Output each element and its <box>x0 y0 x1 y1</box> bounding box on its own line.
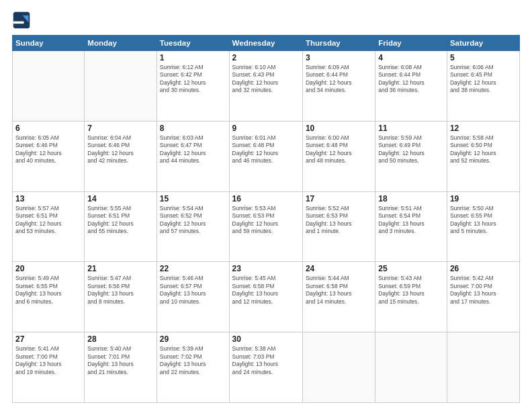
day-cell <box>302 332 375 403</box>
day-info: Sunrise: 5:53 AM Sunset: 6:53 PM Dayligh… <box>232 205 300 236</box>
day-cell <box>13 51 85 122</box>
day-info: Sunrise: 5:57 AM Sunset: 6:51 PM Dayligh… <box>15 205 81 236</box>
day-cell: 10Sunrise: 6:00 AM Sunset: 6:48 PM Dayli… <box>302 121 375 191</box>
day-cell: 8Sunrise: 6:03 AM Sunset: 6:47 PM Daylig… <box>157 121 229 191</box>
day-cell: 29Sunrise: 5:39 AM Sunset: 7:02 PM Dayli… <box>157 332 229 403</box>
day-number: 15 <box>160 194 226 203</box>
day-info: Sunrise: 5:49 AM Sunset: 6:55 PM Dayligh… <box>15 275 81 306</box>
day-info: Sunrise: 5:52 AM Sunset: 6:53 PM Dayligh… <box>306 205 372 236</box>
day-info: Sunrise: 6:00 AM Sunset: 6:48 PM Dayligh… <box>306 134 372 165</box>
day-cell: 1Sunrise: 6:12 AM Sunset: 6:42 PM Daylig… <box>157 51 229 122</box>
day-number: 13 <box>15 194 81 203</box>
day-number: 21 <box>87 264 154 273</box>
day-cell: 4Sunrise: 6:08 AM Sunset: 6:44 PM Daylig… <box>375 51 447 122</box>
day-info: Sunrise: 5:41 AM Sunset: 7:00 PM Dayligh… <box>15 345 81 376</box>
day-info: Sunrise: 5:42 AM Sunset: 7:00 PM Dayligh… <box>450 275 517 306</box>
weekday-wednesday: Wednesday <box>229 36 302 51</box>
day-number: 6 <box>15 124 81 133</box>
day-info: Sunrise: 5:47 AM Sunset: 6:56 PM Dayligh… <box>87 275 154 306</box>
day-cell: 7Sunrise: 6:04 AM Sunset: 6:46 PM Daylig… <box>85 121 157 191</box>
day-cell: 26Sunrise: 5:42 AM Sunset: 7:00 PM Dayli… <box>447 262 519 332</box>
day-info: Sunrise: 5:40 AM Sunset: 7:01 PM Dayligh… <box>87 345 154 376</box>
day-cell <box>375 332 447 403</box>
day-cell: 5Sunrise: 6:06 AM Sunset: 6:45 PM Daylig… <box>447 51 519 122</box>
day-cell: 28Sunrise: 5:40 AM Sunset: 7:01 PM Dayli… <box>85 332 157 403</box>
day-cell: 21Sunrise: 5:47 AM Sunset: 6:56 PM Dayli… <box>85 262 157 332</box>
day-cell: 11Sunrise: 5:59 AM Sunset: 6:49 PM Dayli… <box>375 121 447 191</box>
day-cell: 6Sunrise: 6:05 AM Sunset: 6:46 PM Daylig… <box>13 121 85 191</box>
day-cell: 19Sunrise: 5:50 AM Sunset: 6:55 PM Dayli… <box>447 191 519 262</box>
page: SundayMondayTuesdayWednesdayThursdayFrid… <box>0 0 532 411</box>
svg-rect-2 <box>13 21 24 24</box>
day-info: Sunrise: 5:55 AM Sunset: 6:51 PM Dayligh… <box>87 205 154 236</box>
day-cell: 23Sunrise: 5:45 AM Sunset: 6:58 PM Dayli… <box>229 262 302 332</box>
week-row-5: 27Sunrise: 5:41 AM Sunset: 7:00 PM Dayli… <box>13 332 520 403</box>
day-info: Sunrise: 6:03 AM Sunset: 6:47 PM Dayligh… <box>160 134 226 165</box>
day-number: 12 <box>450 124 517 133</box>
weekday-tuesday: Tuesday <box>157 36 229 51</box>
day-info: Sunrise: 5:39 AM Sunset: 7:02 PM Dayligh… <box>160 345 226 376</box>
day-number: 4 <box>378 53 444 62</box>
day-info: Sunrise: 5:46 AM Sunset: 6:57 PM Dayligh… <box>160 275 226 306</box>
weekday-monday: Monday <box>85 36 157 51</box>
day-cell: 27Sunrise: 5:41 AM Sunset: 7:00 PM Dayli… <box>13 332 85 403</box>
day-info: Sunrise: 5:44 AM Sunset: 6:58 PM Dayligh… <box>306 275 372 306</box>
day-number: 10 <box>306 124 372 133</box>
day-number: 17 <box>306 194 372 203</box>
day-cell: 12Sunrise: 5:58 AM Sunset: 6:50 PM Dayli… <box>447 121 519 191</box>
day-info: Sunrise: 5:38 AM Sunset: 7:03 PM Dayligh… <box>232 345 300 376</box>
day-cell: 30Sunrise: 5:38 AM Sunset: 7:03 PM Dayli… <box>229 332 302 403</box>
day-number: 30 <box>232 334 300 344</box>
day-cell <box>85 51 157 122</box>
weekday-thursday: Thursday <box>302 36 375 51</box>
day-cell: 17Sunrise: 5:52 AM Sunset: 6:53 PM Dayli… <box>302 191 375 262</box>
day-number: 19 <box>450 194 517 203</box>
day-number: 24 <box>306 264 372 273</box>
day-number: 5 <box>450 53 517 62</box>
day-number: 11 <box>378 124 444 133</box>
week-row-2: 6Sunrise: 6:05 AM Sunset: 6:46 PM Daylig… <box>13 121 520 191</box>
day-cell: 25Sunrise: 5:43 AM Sunset: 6:59 PM Dayli… <box>375 262 447 332</box>
day-info: Sunrise: 6:10 AM Sunset: 6:43 PM Dayligh… <box>232 64 300 95</box>
header <box>12 11 520 30</box>
day-info: Sunrise: 6:01 AM Sunset: 6:48 PM Dayligh… <box>232 134 300 165</box>
day-info: Sunrise: 5:59 AM Sunset: 6:49 PM Dayligh… <box>378 134 444 165</box>
week-row-3: 13Sunrise: 5:57 AM Sunset: 6:51 PM Dayli… <box>13 191 520 262</box>
day-cell: 18Sunrise: 5:51 AM Sunset: 6:54 PM Dayli… <box>375 191 447 262</box>
day-info: Sunrise: 6:04 AM Sunset: 6:46 PM Dayligh… <box>87 134 154 165</box>
day-number: 25 <box>378 264 444 273</box>
day-cell: 13Sunrise: 5:57 AM Sunset: 6:51 PM Dayli… <box>13 191 85 262</box>
day-info: Sunrise: 5:51 AM Sunset: 6:54 PM Dayligh… <box>378 205 444 236</box>
weekday-friday: Friday <box>375 36 447 51</box>
day-info: Sunrise: 6:05 AM Sunset: 6:46 PM Dayligh… <box>15 134 81 165</box>
day-cell: 14Sunrise: 5:55 AM Sunset: 6:51 PM Dayli… <box>85 191 157 262</box>
day-number: 27 <box>15 334 81 344</box>
day-info: Sunrise: 6:08 AM Sunset: 6:44 PM Dayligh… <box>378 64 444 95</box>
day-cell: 22Sunrise: 5:46 AM Sunset: 6:57 PM Dayli… <box>157 262 229 332</box>
day-cell: 9Sunrise: 6:01 AM Sunset: 6:48 PM Daylig… <box>229 121 302 191</box>
week-row-4: 20Sunrise: 5:49 AM Sunset: 6:55 PM Dayli… <box>13 262 520 332</box>
day-info: Sunrise: 5:50 AM Sunset: 6:55 PM Dayligh… <box>450 205 517 236</box>
day-number: 23 <box>232 264 300 273</box>
day-number: 9 <box>232 124 300 133</box>
day-info: Sunrise: 6:06 AM Sunset: 6:45 PM Dayligh… <box>450 64 517 95</box>
day-number: 2 <box>232 53 300 62</box>
day-cell: 15Sunrise: 5:54 AM Sunset: 6:52 PM Dayli… <box>157 191 229 262</box>
weekday-header-row: SundayMondayTuesdayWednesdayThursdayFrid… <box>13 36 520 51</box>
day-number: 28 <box>87 334 154 344</box>
day-number: 18 <box>378 194 444 203</box>
day-number: 7 <box>87 124 154 133</box>
day-cell: 16Sunrise: 5:53 AM Sunset: 6:53 PM Dayli… <box>229 191 302 262</box>
day-info: Sunrise: 5:43 AM Sunset: 6:59 PM Dayligh… <box>378 275 444 306</box>
day-cell <box>447 332 519 403</box>
logo <box>12 11 34 30</box>
day-number: 14 <box>87 194 154 203</box>
calendar-table: SundayMondayTuesdayWednesdayThursdayFrid… <box>12 35 520 403</box>
day-number: 3 <box>306 53 372 62</box>
day-info: Sunrise: 5:54 AM Sunset: 6:52 PM Dayligh… <box>160 205 226 236</box>
logo-icon <box>12 11 31 30</box>
day-cell: 24Sunrise: 5:44 AM Sunset: 6:58 PM Dayli… <box>302 262 375 332</box>
week-row-1: 1Sunrise: 6:12 AM Sunset: 6:42 PM Daylig… <box>13 51 520 122</box>
day-number: 1 <box>160 53 226 62</box>
day-cell: 2Sunrise: 6:10 AM Sunset: 6:43 PM Daylig… <box>229 51 302 122</box>
